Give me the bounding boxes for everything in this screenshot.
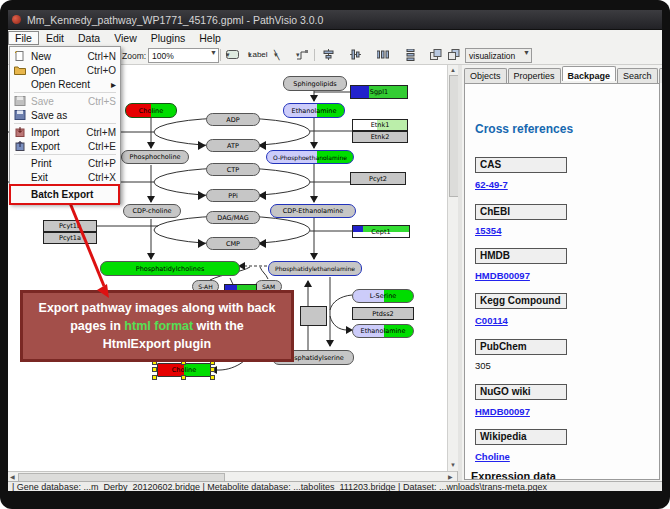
bring-to-front-icon [430, 49, 442, 60]
save-disk-icon [14, 96, 26, 106]
cross-references-heading: Cross references [475, 122, 573, 136]
node-cdp-choline[interactable]: CDP-choline [123, 204, 181, 218]
menu-view[interactable]: View [107, 31, 144, 45]
app-icon [12, 15, 21, 24]
submenu-arrow-icon: ▸ [111, 79, 116, 90]
chevron-down-icon: ▾ [226, 51, 230, 59]
annotation-line1: Export pathway images along with back [39, 299, 276, 317]
file-menu-export[interactable]: ExportCtrl+E [10, 139, 120, 153]
align-center-icon [323, 49, 334, 60]
node-cdp-ethanolamine[interactable]: CDP-Ethanolamine [270, 204, 356, 218]
file-menu-open-recent[interactable]: Open Recent▸ [10, 77, 120, 91]
file-menu-new[interactable]: NewCtrl+N [10, 49, 120, 63]
gene-sgpl1[interactable]: Sgpl1 [350, 85, 408, 99]
selection-handle[interactable] [210, 375, 215, 380]
menu-separator [14, 123, 116, 124]
node-ppi[interactable]: PPi [206, 189, 260, 202]
annotation-line2: pages in html format with the [70, 317, 244, 335]
gene-etnk2[interactable]: Etnk2 [352, 131, 408, 143]
file-menu-open[interactable]: OpenCtrl+O [10, 63, 120, 77]
selection-handle[interactable] [152, 367, 157, 372]
tab-objects[interactable]: Objects [464, 68, 507, 83]
xref-section-pubchem: PubChem [475, 339, 567, 355]
node-adp[interactable]: ADP [206, 113, 260, 126]
xref-link-wikipedia[interactable]: Choline [475, 451, 510, 462]
open-folder-icon [14, 65, 26, 75]
chevron-down-icon: ▾ [248, 51, 252, 59]
xref-link-hmdb[interactable]: HMDB00097 [475, 270, 530, 281]
file-menu-import[interactable]: ImportCtrl+M [10, 125, 120, 139]
node-phosphatidylcholines[interactable]: Phosphatidylcholines [100, 261, 240, 276]
menu-data[interactable]: Data [71, 31, 107, 45]
side-panel-tabs: Objects Properties Backpage Search Legen… [464, 68, 662, 83]
menu-file[interactable]: File [8, 31, 39, 45]
tab-backpage[interactable]: Backpage [562, 66, 617, 81]
new-document-icon [14, 51, 26, 61]
xref-link-cas[interactable]: 62-49-7 [475, 179, 508, 190]
xref-section-nugo: NuGO wiki [475, 384, 567, 400]
node-phosphatidylethanolamine[interactable]: Phosphatidylethanolamine [268, 261, 362, 276]
node-atp[interactable]: ATP [206, 139, 260, 152]
xref-value-pubchem: 305 [475, 360, 491, 371]
gene-etnk1[interactable]: Etnk1 [352, 119, 408, 131]
annotation-line3: HtmlExport plugin [103, 335, 211, 353]
status-bar: | Gene database: ...m_Derby_20120602.bri… [8, 481, 662, 491]
canvas-vertical-scrollbar[interactable]: ▲ ▼ [447, 65, 458, 471]
xref-link-nugo[interactable]: HMDB00097 [475, 406, 530, 417]
scroll-up-icon[interactable]: ▲ [450, 66, 456, 75]
xref-link-chebi[interactable]: 15354 [475, 225, 501, 236]
zoom-select[interactable]: 100%▼ [148, 48, 219, 63]
gene-ptdss2[interactable]: Ptdss2 [352, 307, 414, 320]
gene-pcyt2[interactable]: Pcyt2 [350, 172, 406, 185]
pathvisio-window: Mm_Kennedy_pathway_WP1771_45176.gpml - P… [8, 10, 662, 491]
gene-cept1[interactable]: Cept1 [352, 225, 410, 238]
chevron-down-icon: ▼ [210, 49, 217, 56]
chevron-down-icon: ▾ [296, 51, 300, 59]
xref-link-kegg[interactable]: C00114 [475, 315, 508, 326]
file-menu-dropdown: NewCtrl+N OpenCtrl+O Open Recent▸ SaveCt… [9, 46, 121, 204]
node-dag[interactable]: DAG/MAG [206, 211, 260, 224]
menu-help[interactable]: Help [192, 31, 228, 45]
send-to-back-icon [448, 49, 460, 60]
xref-section-chebi: ChEBI [475, 204, 567, 220]
tab-properties[interactable]: Properties [508, 68, 561, 83]
node-l-serine[interactable]: L-Serine [352, 289, 414, 303]
file-menu-print[interactable]: PrintCtrl+P [10, 156, 120, 170]
align-middle-icon [350, 49, 361, 60]
distribute-vertical-icon [405, 49, 416, 61]
backpage-content: Cross references CAS 62-49-7 ChEBI 15354… [464, 83, 660, 480]
node-phosphocholine[interactable]: Phosphocholine [121, 150, 189, 164]
file-menu-save-as[interactable]: Save as [10, 108, 120, 122]
tab-legend[interactable]: Legend [659, 68, 662, 83]
menu-plugins[interactable]: Plugins [144, 31, 192, 45]
menu-edit[interactable]: Edit [39, 31, 71, 45]
xref-section-kegg: Kegg Compound [475, 293, 567, 309]
title-bar: Mm_Kennedy_pathway_WP1771_45176.gpml - P… [8, 10, 662, 30]
gene-pcyt1b[interactable]: Pcyt1b [43, 220, 97, 232]
scroll-down-icon[interactable]: ▼ [450, 461, 456, 470]
node-ethanolamine-top[interactable]: Ethanolamine [283, 103, 345, 118]
gene-pcyt1a[interactable]: Pcyt1a [43, 232, 97, 244]
node-ctp[interactable]: CTP [206, 163, 260, 176]
node-sphingolipids[interactable]: Sphingolipids [283, 76, 347, 91]
file-menu-exit[interactable]: ExitCtrl+X [10, 170, 120, 184]
node-cmp[interactable]: CMP [206, 237, 260, 250]
screenshot-frame: Mm_Kennedy_pathway_WP1771_45176.gpml - P… [0, 0, 670, 509]
node-ethanolamine-bottom[interactable]: Ethanolamine [352, 324, 414, 338]
selection-handle[interactable] [181, 375, 186, 380]
gene-box-hidden-label[interactable] [300, 306, 327, 326]
file-menu-save[interactable]: SaveCtrl+S [10, 94, 120, 108]
node-o-phosphoethanolamine[interactable]: O-Phosphoethanolamine [266, 150, 354, 164]
xref-section-cas: CAS [475, 157, 567, 173]
selection-handle[interactable] [210, 367, 215, 372]
node-choline-top[interactable]: Choline [125, 103, 177, 118]
chevron-down-icon: ▼ [523, 49, 530, 56]
menu-separator [14, 92, 116, 93]
selection-handle[interactable] [152, 375, 157, 380]
batch-export-highlight-box [9, 184, 120, 205]
xref-section-wikipedia: Wikipedia [475, 429, 567, 445]
visualization-select[interactable]: visualization▼ [465, 48, 532, 63]
save-as-disk-icon [14, 110, 26, 120]
menu-separator [14, 154, 116, 155]
tab-search[interactable]: Search [617, 68, 658, 83]
